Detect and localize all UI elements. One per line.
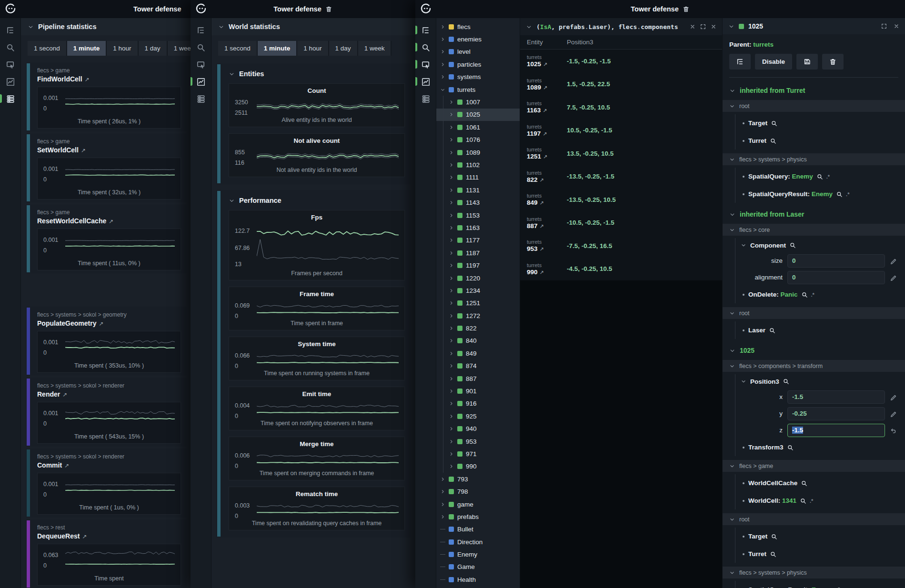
sidebar-chart-button[interactable]: [415, 75, 436, 88]
chevron-right-icon[interactable]: [449, 351, 454, 356]
chevron-right-icon[interactable]: [440, 62, 445, 67]
chevron-right-icon[interactable]: [449, 250, 454, 256]
tree-button[interactable]: [729, 54, 751, 70]
chevron-right-icon[interactable]: [449, 175, 454, 180]
sidebar-tree-button[interactable]: [0, 24, 21, 36]
field-input-alignment[interactable]: 0: [787, 271, 885, 284]
chevron-right-icon[interactable]: [449, 338, 454, 343]
system-name-link[interactable]: ResetWorldCellCache↗: [37, 217, 181, 225]
tree-item-level[interactable]: level: [436, 46, 520, 58]
tree-item-925[interactable]: 925: [436, 410, 520, 422]
delete-world-icon[interactable]: [683, 6, 690, 12]
close-panel-icon[interactable]: [711, 24, 716, 30]
search-component-icon[interactable]: [771, 534, 777, 539]
sidebar-chart-button[interactable]: [0, 75, 21, 88]
module-path-bar[interactable]: flecs > components > transform: [723, 360, 905, 372]
sidebar-search-button[interactable]: [191, 41, 211, 53]
tree-item-887[interactable]: 887: [436, 372, 520, 385]
field-input-z[interactable]: -1.5: [787, 424, 885, 437]
tree-item-1131[interactable]: 1131: [436, 184, 520, 196]
tab-1-second[interactable]: 1 second: [218, 41, 258, 56]
system-name-link[interactable]: Render↗: [37, 390, 181, 398]
tab-1-hour[interactable]: 1 hour: [107, 41, 138, 56]
entity-id-link[interactable]: 1251↗: [527, 153, 564, 160]
search-component-icon[interactable]: [771, 120, 777, 126]
tree-item-1234[interactable]: 1234: [436, 284, 520, 297]
search-component-icon[interactable]: [801, 480, 807, 486]
entity-id-link[interactable]: 849↗: [527, 199, 564, 206]
field-input-y[interactable]: -0.25: [787, 407, 885, 420]
tree-item-1153[interactable]: 1153: [436, 209, 520, 221]
tree-item-1187[interactable]: 1187: [436, 247, 520, 259]
tab-1-hour[interactable]: 1 hour: [297, 41, 329, 56]
component-group-inherited-from-Turret[interactable]: inherited from Turret: [729, 85, 898, 96]
tree-item-1220[interactable]: 1220: [436, 272, 520, 284]
tree-item-840[interactable]: 840: [436, 335, 520, 347]
tree-item-798[interactable]: 798: [436, 485, 520, 498]
chevron-right-icon[interactable]: [449, 137, 454, 142]
chevron-right-icon[interactable]: [440, 37, 445, 42]
query-result-row[interactable]: turrets887↗-10.5, -0.25, -1.5: [520, 211, 722, 235]
parent-link[interactable]: turrets: [753, 41, 774, 48]
tree-item-Bullet[interactable]: Bullet: [436, 523, 520, 536]
tree-item-Direction[interactable]: Direction: [436, 536, 520, 548]
chevron-right-icon[interactable]: [449, 188, 454, 193]
tree-item-1025[interactable]: 1025: [436, 109, 520, 121]
tree-item-prefabs[interactable]: prefabs: [436, 510, 520, 523]
query-result-row[interactable]: turrets822↗-13.5, -0.25, -1.5: [520, 165, 722, 189]
search-component-icon[interactable]: [787, 445, 793, 450]
sidebar-stats-button[interactable]: [0, 92, 21, 105]
entity-id-link[interactable]: 887↗: [527, 222, 564, 229]
sidebar-inspect-button[interactable]: [415, 58, 436, 70]
chevron-right-icon[interactable]: [449, 112, 454, 117]
tree-item-systems[interactable]: systems: [436, 71, 520, 83]
chevron-right-icon[interactable]: [449, 225, 454, 230]
system-name-link[interactable]: SetWorldCell↗: [37, 146, 181, 154]
search-component-icon[interactable]: [770, 138, 776, 144]
tree-item-Enemy[interactable]: Enemy: [436, 548, 520, 560]
tree-item-game[interactable]: game: [436, 498, 520, 510]
tree-item-Health[interactable]: Health: [436, 573, 520, 586]
sidebar-inspect-button[interactable]: [0, 58, 21, 70]
tree-item-enemies[interactable]: enemies: [436, 33, 520, 45]
tree-item-Game[interactable]: Game: [436, 561, 520, 573]
component-Component[interactable]: Component: [729, 238, 898, 252]
module-path-bar[interactable]: root: [723, 513, 905, 525]
fullscreen-icon[interactable]: [881, 23, 887, 29]
entity-id-link[interactable]: 990↗: [527, 269, 564, 276]
section-header[interactable]: Performance: [229, 197, 405, 204]
undo-icon[interactable]: [890, 427, 898, 434]
component-group-1025[interactable]: 1025: [729, 345, 898, 356]
panel-header-pipeline-statistics[interactable]: Pipeline statistics: [21, 18, 191, 35]
chevron-right-icon[interactable]: [449, 313, 454, 319]
fullscreen-icon[interactable]: [700, 24, 706, 30]
search-component-icon[interactable]: [783, 379, 789, 384]
sidebar-stats-button[interactable]: [415, 92, 436, 105]
tree-item-1143[interactable]: 1143: [436, 196, 520, 209]
chevron-right-icon[interactable]: [449, 426, 454, 431]
chevron-right-icon[interactable]: [449, 263, 454, 268]
chevron-right-icon[interactable]: [449, 213, 454, 218]
chevron-right-icon[interactable]: [449, 451, 454, 457]
sidebar-search-button[interactable]: [0, 41, 21, 53]
chevron-right-icon[interactable]: [449, 439, 454, 444]
module-path-bar[interactable]: root: [723, 100, 905, 112]
chevron-right-icon[interactable]: [449, 464, 454, 469]
search-component-icon[interactable]: [769, 328, 775, 333]
chevron-down-icon[interactable]: [440, 87, 445, 92]
search-component-icon[interactable]: [836, 191, 842, 197]
tab-1-minute[interactable]: 1 minute: [258, 41, 298, 56]
chevron-right-icon[interactable]: [449, 363, 454, 369]
component-group-inherited-from-Laser[interactable]: inherited from Laser: [729, 209, 898, 219]
search-component-icon[interactable]: [817, 174, 823, 179]
tree-item-flecs[interactable]: flecs: [436, 20, 520, 33]
tree-item-1076[interactable]: 1076: [436, 134, 520, 146]
query-result-row[interactable]: turrets1197↗10.5, -0.25, -1.5: [520, 119, 722, 142]
tree-item-793[interactable]: 793: [436, 473, 520, 485]
chevron-right-icon[interactable]: [449, 288, 454, 293]
component-value-link[interactable]: Panic: [781, 291, 798, 298]
sidebar-tree-button[interactable]: [191, 24, 211, 36]
entity-id-link[interactable]: 953↗: [527, 245, 564, 252]
tree-item-turrets[interactable]: turrets: [436, 83, 520, 96]
pair-wildcard-icon[interactable]: .*: [826, 174, 830, 179]
